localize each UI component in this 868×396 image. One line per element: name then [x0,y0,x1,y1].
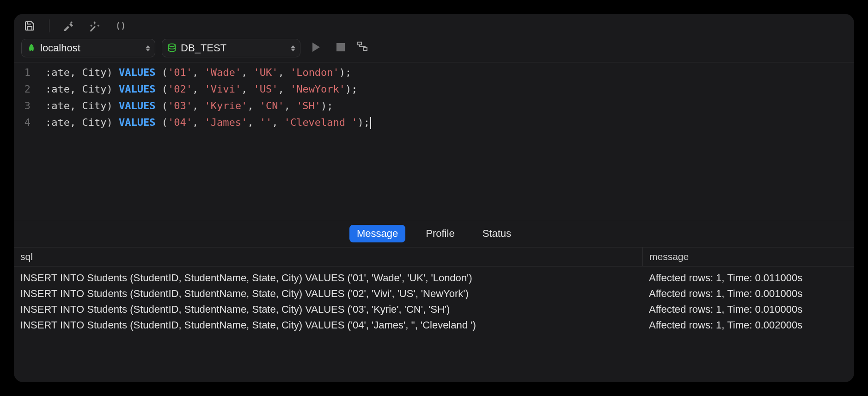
result-message: Affected rows: 1, Time: 0.010000s [642,303,854,316]
run-controls [312,41,369,55]
sql-editor-window: localhost DB_TEST [14,14,854,382]
database-name: DB_TEST [181,42,287,54]
code-line[interactable]: :ate, City) VALUES ('03', 'Kyrie', 'CN',… [45,98,854,114]
chevron-updown-icon [291,45,295,51]
code-line[interactable]: :ate, City) VALUES ('01', 'Wade', 'UK', … [45,64,854,81]
results-panel: sql message INSERT INTO Students (Studen… [14,248,854,382]
result-sql: INSERT INTO Students (StudentID, Student… [14,318,642,332]
svg-rect-3 [363,48,367,50]
host-dropdown[interactable]: localhost [21,39,155,57]
hammer-icon[interactable] [62,19,75,32]
save-icon[interactable] [23,19,36,32]
chevron-updown-icon [146,45,150,51]
code-line[interactable]: :ate, City) VALUES ('02', 'Vivi', 'US', … [45,81,854,98]
code-area[interactable]: :ate, City) VALUES ('01', 'Wade', 'UK', … [37,64,854,220]
sql-editor[interactable]: 1234 :ate, City) VALUES ('01', 'Wade', '… [14,62,854,220]
text-cursor [370,117,371,129]
result-row[interactable]: INSERT INTO Students (StudentID, Student… [14,317,854,333]
results-header: sql message [14,248,854,266]
result-row[interactable]: INSERT INTO Students (StudentID, Student… [14,270,854,286]
result-message: Affected rows: 1, Time: 0.002000s [642,318,854,332]
line-number: 4 [14,114,31,131]
stop-button[interactable] [336,42,346,54]
result-message: Affected rows: 1, Time: 0.001000s [642,287,854,301]
database-icon [167,43,177,53]
result-sql: INSERT INTO Students (StudentID, Student… [14,303,642,316]
svg-rect-1 [336,43,345,51]
tab-status[interactable]: Status [475,225,519,242]
column-header-sql[interactable]: sql [14,248,642,266]
result-sql: INSERT INTO Students (StudentID, Student… [14,271,642,285]
result-sql: INSERT INTO Students (StudentID, Student… [14,287,642,301]
magic-wand-icon[interactable] [88,19,101,32]
line-number: 1 [14,64,31,81]
line-number-gutter: 1234 [14,64,37,220]
results-body: INSERT INTO Students (StudentID, Student… [14,266,854,382]
output-tabs: MessageProfileStatus [14,220,854,248]
toolbar-separator [49,19,49,32]
tab-message[interactable]: Message [349,225,405,242]
database-dropdown[interactable]: DB_TEST [162,39,300,57]
line-number: 2 [14,81,31,98]
host-leaf-icon [26,43,37,53]
explain-button[interactable] [357,41,369,55]
column-header-message[interactable]: message [642,248,854,266]
line-number: 3 [14,98,31,114]
tab-profile[interactable]: Profile [418,225,462,242]
main-toolbar [14,14,854,36]
svg-rect-2 [358,42,361,45]
run-button[interactable] [312,42,324,55]
connection-bar: localhost DB_TEST [14,36,854,62]
code-line[interactable]: :ate, City) VALUES ('04', 'James', '', '… [45,114,854,131]
parentheses-icon[interactable] [114,19,127,32]
result-message: Affected rows: 1, Time: 0.011000s [642,271,854,285]
result-row[interactable]: INSERT INTO Students (StudentID, Student… [14,302,854,317]
result-row[interactable]: INSERT INTO Students (StudentID, Student… [14,286,854,302]
host-name: localhost [40,42,142,54]
svg-point-0 [169,44,176,47]
